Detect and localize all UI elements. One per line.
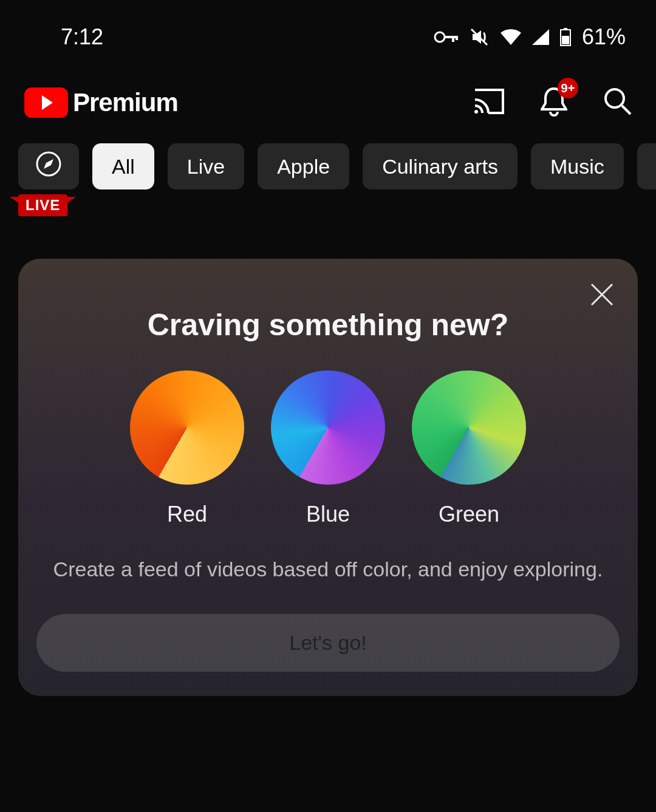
chip-label: Live xyxy=(187,155,225,179)
chip-live[interactable]: Live xyxy=(168,143,244,189)
lets-go-button[interactable]: Let's go! xyxy=(36,614,620,672)
color-label: Green xyxy=(439,502,499,527)
chip-music[interactable]: Music xyxy=(531,143,624,189)
color-swatch-green xyxy=(412,370,526,485)
bell-icon xyxy=(541,108,567,118)
cta-label: Let's go! xyxy=(289,631,366,654)
promo-title: Craving something new? xyxy=(36,307,620,343)
color-option-red[interactable]: Red xyxy=(130,370,244,527)
chip-label: Music xyxy=(550,155,604,179)
app-header: Premium 9+ xyxy=(0,62,656,137)
mute-icon xyxy=(469,27,490,47)
svg-line-10 xyxy=(622,106,630,114)
svg-point-9 xyxy=(606,89,624,107)
chip-culinary-arts[interactable]: Culinary arts xyxy=(363,143,518,189)
promo-close-button[interactable] xyxy=(588,281,616,311)
chip-label: Apple xyxy=(277,155,330,179)
svg-point-0 xyxy=(435,32,445,42)
vpn-key-icon xyxy=(434,30,458,44)
status-bar: 7:12 xyxy=(0,0,656,62)
notification-badge: 9+ xyxy=(558,78,578,98)
battery-percent: 61% xyxy=(582,24,626,50)
color-options-row: Red Blue Green xyxy=(36,370,620,527)
cell-signal-icon xyxy=(532,29,549,45)
svg-rect-7 xyxy=(562,36,569,44)
status-right: 61% xyxy=(434,24,626,50)
chip-label: All xyxy=(112,155,135,179)
cast-button[interactable] xyxy=(474,89,504,117)
compass-icon xyxy=(35,151,62,182)
color-swatch-blue xyxy=(271,370,385,485)
youtube-premium-logo[interactable]: Premium xyxy=(24,87,474,118)
live-badge: LIVE xyxy=(18,194,67,216)
svg-rect-2 xyxy=(452,36,454,42)
svg-rect-3 xyxy=(456,36,458,40)
youtube-play-icon xyxy=(24,87,68,118)
filter-chips: All Live Apple Culinary arts Music N xyxy=(0,137,656,189)
status-time: 7:12 xyxy=(61,24,103,50)
svg-rect-1 xyxy=(445,36,457,38)
color-option-green[interactable]: Green xyxy=(412,370,526,527)
explore-chip[interactable] xyxy=(18,143,79,189)
promo-description: Create a feed of videos based off color,… xyxy=(36,558,620,581)
color-label: Red xyxy=(167,502,207,527)
close-icon xyxy=(588,300,616,310)
search-button[interactable] xyxy=(604,87,632,118)
color-option-blue[interactable]: Blue xyxy=(271,370,385,527)
chip-all[interactable]: All xyxy=(92,143,154,189)
live-badge-wrap: LIVE xyxy=(0,189,656,216)
chip-label: Culinary arts xyxy=(382,155,498,179)
chip-apple[interactable]: Apple xyxy=(258,143,349,189)
chip-next-partial[interactable]: N xyxy=(637,143,656,189)
color-swatch-red xyxy=(130,370,244,485)
svg-point-8 xyxy=(474,110,478,114)
search-icon xyxy=(604,107,632,117)
wifi-icon xyxy=(501,29,521,45)
battery-icon xyxy=(560,28,571,46)
color-feed-promo-card: Craving something new? Red Blue Green Cr… xyxy=(18,259,638,696)
cast-icon xyxy=(474,106,504,116)
color-label: Blue xyxy=(306,502,350,527)
notifications-button[interactable]: 9+ xyxy=(541,86,567,119)
brand-text: Premium xyxy=(73,88,178,117)
